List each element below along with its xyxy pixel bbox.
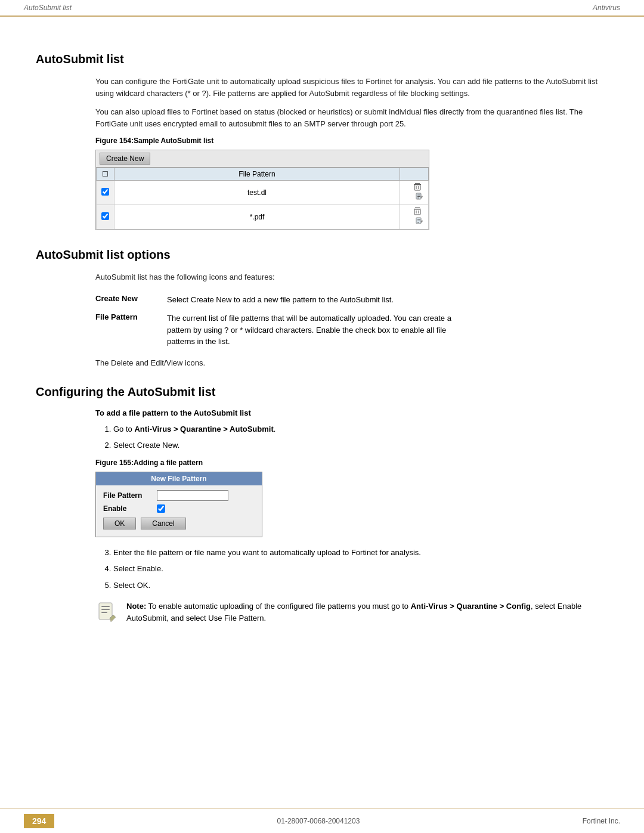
header-left: AutoSubmit list xyxy=(24,4,72,12)
step-1: Go to Anti-Virus > Quarantine > AutoSubm… xyxy=(113,423,608,435)
footer-doc-id: 01-28007-0068-20041203 xyxy=(277,817,360,825)
table-row: *.pdf xyxy=(97,205,429,230)
step2-text: Select Create New. xyxy=(113,441,179,450)
step-3: Enter the file pattern or file name you … xyxy=(113,547,608,559)
file-pattern-input[interactable] xyxy=(157,490,228,501)
row-checkbox[interactable] xyxy=(101,212,109,220)
main-content: AutoSubmit list You can configure the Fo… xyxy=(0,17,644,676)
options-table: Create NewSelect Create New to add a new… xyxy=(95,290,465,351)
option-label: File Pattern xyxy=(95,309,167,351)
table-header-actions xyxy=(400,168,429,181)
enable-label: Enable xyxy=(103,504,157,513)
autosubmit-table: ☐ File Pattern test.dl xyxy=(96,168,429,230)
enable-row: Enable xyxy=(103,504,255,513)
edit-icon[interactable] xyxy=(415,193,423,201)
autosubmit-list-heading: AutoSubmit list xyxy=(36,52,608,66)
delete-icon[interactable] xyxy=(413,207,422,215)
row-checkbox[interactable] xyxy=(101,188,109,196)
cancel-button[interactable]: Cancel xyxy=(141,518,185,529)
table-header-pattern: File Pattern xyxy=(114,168,400,181)
svg-rect-2 xyxy=(414,185,420,190)
steps-list-2: Enter the file pattern or file name you … xyxy=(113,547,608,592)
note-bold-prefix: Note: xyxy=(126,602,146,611)
svg-rect-1 xyxy=(415,183,420,184)
sample-toolbar: Create New xyxy=(96,150,429,168)
row-actions xyxy=(400,181,429,205)
step-2: Select Create New. xyxy=(113,439,608,451)
header-bar: AutoSubmit list Antivirus xyxy=(0,0,644,16)
autosubmit-paragraph2: You can also upload files to Fortinet ba… xyxy=(95,106,608,129)
row-pattern: *.pdf xyxy=(114,205,400,230)
file-pattern-row: File Pattern xyxy=(103,490,255,501)
note-box: Note: To enable automatic uploading of t… xyxy=(95,600,608,628)
delete-edit-text: The Delete and Edit/View icons. xyxy=(95,358,608,367)
dialog-title: New File Pattern xyxy=(96,472,262,485)
new-file-pattern-dialog: New File Pattern File Pattern Enable OK … xyxy=(95,472,262,537)
edit-icon[interactable] xyxy=(415,217,423,225)
svg-rect-12 xyxy=(414,209,420,215)
enable-checkbox[interactable] xyxy=(157,504,165,513)
table-header-checkbox: ☐ xyxy=(97,168,114,181)
step-4: Select Enable. xyxy=(113,563,608,575)
footer-page-number: 294 xyxy=(24,814,54,828)
footer-company: Fortinet Inc. xyxy=(583,817,620,825)
row-actions xyxy=(400,205,429,230)
option-description: The current list of file patterns that w… xyxy=(167,309,465,351)
row-checkbox-cell xyxy=(97,181,114,205)
figure154-caption: Figure 154:Sample AutoSubmit list xyxy=(95,137,608,145)
option-row: File PatternThe current list of file pat… xyxy=(95,309,465,351)
svg-rect-23 xyxy=(101,612,107,613)
file-pattern-label: File Pattern xyxy=(103,491,157,500)
row-checkbox-cell xyxy=(97,205,114,230)
row-pattern: test.dl xyxy=(114,181,400,205)
configuring-heading: Configuring the AutoSubmit list xyxy=(36,385,608,399)
svg-rect-21 xyxy=(101,606,110,607)
autosubmit-options-heading: AutoSubmit list options xyxy=(36,248,608,262)
option-row: Create NewSelect Create New to add a new… xyxy=(95,290,465,309)
table-row: test.dl xyxy=(97,181,429,205)
create-new-button[interactable]: Create New xyxy=(100,153,150,165)
svg-rect-11 xyxy=(415,208,420,208)
note-icon xyxy=(95,602,119,628)
step-5: Select OK. xyxy=(113,580,608,592)
sample-autosubmit-figure: Create New ☐ File Pattern test.dl xyxy=(95,150,429,230)
option-description: Select Create New to add a new file patt… xyxy=(167,290,465,309)
autosubmit-paragraph1: You can configure the FortiGate unit to … xyxy=(95,76,608,99)
steps-list-1: Go to Anti-Virus > Quarantine > AutoSubm… xyxy=(113,423,608,451)
option-label: Create New xyxy=(95,290,167,309)
ok-button[interactable]: OK xyxy=(103,518,136,529)
figure155-caption: Figure 155:Adding a file pattern xyxy=(95,459,608,467)
dialog-body: File Pattern Enable OK Cancel xyxy=(96,485,262,537)
header-right: Antivirus xyxy=(593,4,620,12)
dialog-buttons: OK Cancel xyxy=(103,518,255,532)
note-text: Note: To enable automatic uploading of t… xyxy=(126,600,608,624)
footer: 294 01-28007-0068-20041203 Fortinet Inc. xyxy=(0,809,644,833)
note-bold-path: Anti-Virus > Quarantine > Config xyxy=(411,602,531,611)
svg-rect-20 xyxy=(99,603,112,620)
autosubmit-options-intro: AutoSubmit list has the following icons … xyxy=(95,271,608,283)
delete-icon[interactable] xyxy=(413,182,422,191)
step1-bold: Anti-Virus > Quarantine > AutoSubmit xyxy=(134,425,273,433)
svg-rect-22 xyxy=(101,609,110,610)
configuring-subheading: To add a file pattern to the AutoSubmit … xyxy=(95,408,608,417)
